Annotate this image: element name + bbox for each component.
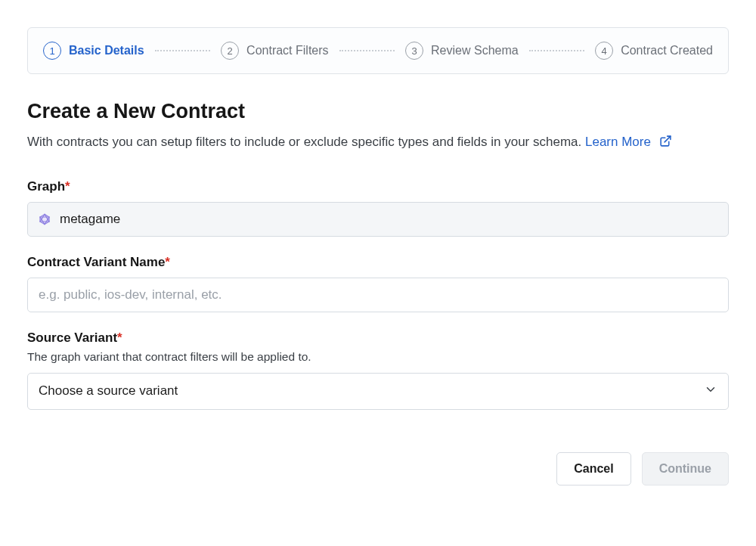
variant-name-label: Contract Variant Name*: [27, 255, 729, 270]
cancel-button[interactable]: Cancel: [556, 452, 631, 486]
step-number-1: 1: [43, 42, 61, 60]
step-contract-filters[interactable]: 2 Contract Filters: [221, 42, 328, 60]
page-title: Create a New Contract: [27, 100, 729, 123]
graph-label-text: Graph: [27, 179, 65, 194]
description-text: With contracts you can setup filters to …: [27, 135, 581, 149]
source-variant-placeholder: Choose a source variant: [39, 383, 178, 399]
variant-name-label-text: Contract Variant Name: [27, 255, 165, 269]
stepper-connector: [155, 50, 210, 51]
federation-graph-icon: [39, 213, 51, 225]
source-variant-label-text: Source Variant: [27, 330, 117, 345]
required-marker: *: [117, 330, 122, 345]
action-buttons: Cancel Continue: [27, 452, 729, 486]
stepper: 1 Basic Details 2 Contract Filters 3 Rev…: [27, 27, 729, 74]
step-basic-details[interactable]: 1 Basic Details: [43, 42, 144, 60]
page-description: With contracts you can setup filters to …: [27, 132, 729, 152]
graph-value: metagame: [60, 212, 120, 227]
variant-name-input[interactable]: [27, 278, 729, 312]
stepper-connector: [339, 50, 395, 51]
chevron-down-icon: [704, 383, 717, 400]
source-variant-label: Source Variant*: [27, 330, 729, 346]
step-number-2: 2: [221, 42, 239, 60]
graph-label: Graph*: [27, 179, 729, 194]
source-variant-select[interactable]: Choose a source variant: [27, 373, 729, 410]
continue-button[interactable]: Continue: [642, 452, 729, 486]
source-variant-field: Source Variant* The graph variant that c…: [27, 330, 729, 410]
graph-field: Graph* metagame: [27, 179, 729, 237]
external-link-icon: [659, 135, 672, 147]
graph-readonly-input: metagame: [27, 202, 729, 237]
step-label-3: Review Schema: [431, 44, 519, 57]
step-label-1: Basic Details: [69, 44, 144, 57]
step-label-2: Contract Filters: [246, 44, 328, 57]
required-marker: *: [65, 179, 70, 194]
step-review-schema[interactable]: 3 Review Schema: [405, 42, 519, 60]
learn-more-link[interactable]: Learn More: [585, 135, 672, 149]
step-number-3: 3: [405, 42, 423, 60]
variant-name-field: Contract Variant Name*: [27, 255, 729, 312]
step-label-4: Contract Created: [621, 44, 713, 57]
step-number-4: 4: [595, 42, 613, 60]
learn-more-label: Learn More: [585, 135, 651, 149]
stepper-connector: [529, 50, 584, 51]
svg-line-0: [665, 136, 671, 142]
required-marker: *: [165, 255, 170, 269]
step-contract-created[interactable]: 4 Contract Created: [595, 42, 713, 60]
source-variant-helper: The graph variant that contract filters …: [27, 350, 729, 364]
